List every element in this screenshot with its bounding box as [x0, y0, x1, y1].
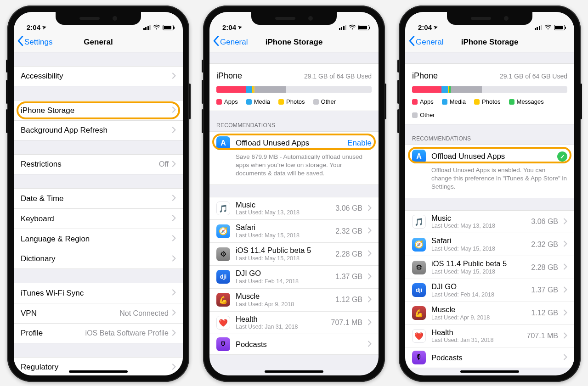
- legend-swatch: [278, 99, 284, 105]
- legend-label: Apps: [224, 98, 238, 105]
- settings-row[interactable]: Dictionary: [14, 249, 183, 269]
- app-size: 1.37 GB: [531, 286, 558, 294]
- back-button[interactable]: Settings: [17, 36, 52, 48]
- app-size: 2.28 GB: [531, 263, 558, 272]
- app-row[interactable]: 💪MuscleLast Used: Apr 9, 20181.12 GB: [209, 289, 379, 312]
- app-size: 3.06 GB: [335, 204, 362, 213]
- app-last-used: Last Used: May 15, 2018: [236, 232, 330, 239]
- app-row[interactable]: ❤️HealthLast Used: Jan 31, 2018707.1 MB: [209, 312, 379, 335]
- app-name: DJI GO: [431, 282, 526, 291]
- app-icon: 🎵: [216, 201, 230, 215]
- home-indicator[interactable]: [69, 370, 128, 373]
- storage-content[interactable]: iPhone29.1 GB of 64 GB UsedAppsMediaPhot…: [209, 52, 379, 375]
- app-row[interactable]: 🎙Podcasts: [405, 347, 574, 368]
- location-icon: ➤: [433, 24, 439, 31]
- recommendation-cell[interactable]: AOffload Unused Apps✓Offload Unused Apps…: [405, 145, 574, 198]
- app-name: Muscle: [431, 305, 526, 314]
- battery-icon: [163, 25, 174, 30]
- settings-row[interactable]: iPhone Storage: [14, 100, 183, 120]
- storage-used: 29.1 GB of 64 GB Used: [304, 73, 372, 80]
- app-icon: 🎙: [216, 337, 230, 351]
- app-row[interactable]: 💪MuscleLast Used: Apr 9, 20181.12 GB: [405, 302, 574, 325]
- row-label: Profile: [21, 329, 85, 338]
- back-label: General: [416, 38, 443, 47]
- row-label: Language & Region: [21, 235, 172, 244]
- storage-content[interactable]: iPhone29.1 GB of 64 GB UsedAppsMediaPhot…: [405, 52, 574, 375]
- row-value: Not Connected: [119, 309, 169, 318]
- settings-row[interactable]: Accessibility: [14, 66, 183, 86]
- battery-icon: [554, 25, 565, 30]
- app-row[interactable]: 🎙Podcasts: [209, 334, 379, 355]
- app-name: Music: [431, 214, 526, 223]
- app-icon: dji: [216, 270, 230, 284]
- back-label: Settings: [24, 38, 52, 47]
- app-last-used: Last Used: May 13, 2018: [236, 209, 330, 216]
- settings-row[interactable]: iTunes Wi-Fi Sync: [14, 283, 183, 303]
- chevron-right-icon: [368, 272, 372, 282]
- app-size: 3.06 GB: [531, 218, 558, 226]
- back-button[interactable]: General: [213, 36, 248, 48]
- app-last-used: Last Used: Jan 31, 2018: [431, 337, 521, 344]
- back-button[interactable]: General: [409, 36, 443, 48]
- app-icon: ⚙︎: [216, 247, 230, 261]
- app-row[interactable]: djiDJI GOLast Used: Feb 14, 20181.37 GB: [209, 266, 379, 289]
- row-label: VPN: [21, 309, 119, 318]
- home-indicator[interactable]: [460, 370, 519, 373]
- row-label: iTunes Wi-Fi Sync: [21, 289, 172, 298]
- home-indicator[interactable]: [265, 370, 323, 373]
- app-name: Podcasts: [236, 340, 357, 349]
- app-store-icon: A: [216, 136, 230, 150]
- chevron-right-icon: [368, 226, 372, 236]
- iphone-frame: 2:04➤GeneraliPhone StorageiPhone29.1 GB …: [203, 6, 385, 382]
- nav-bar: GeneraliPhone Storage: [405, 32, 574, 52]
- signal-icon: [535, 25, 543, 30]
- checkmark-icon: ✓: [557, 151, 567, 162]
- app-row[interactable]: 🎵MusicLast Used: May 13, 20183.06 GB: [209, 197, 379, 220]
- nav-bar: SettingsGeneral: [14, 32, 183, 52]
- legend-label: Messages: [517, 98, 544, 105]
- chevron-left-icon: [213, 36, 219, 48]
- settings-row[interactable]: Keyboard: [14, 208, 183, 229]
- chevron-right-icon: [368, 340, 372, 349]
- enable-button[interactable]: Enable: [347, 139, 372, 148]
- app-row[interactable]: ⚙︎iOS 11.4 Public beta 5Last Used: May 1…: [405, 256, 574, 279]
- settings-row[interactable]: Date & Time: [14, 188, 183, 208]
- chevron-right-icon: [172, 288, 176, 298]
- app-icon: 💪: [412, 306, 426, 320]
- app-name: Safari: [236, 223, 330, 232]
- legend-swatch: [216, 99, 222, 105]
- row-label: Keyboard: [21, 214, 172, 224]
- settings-row[interactable]: RestrictionsOff: [14, 154, 183, 174]
- settings-row[interactable]: Language & Region: [14, 229, 183, 249]
- app-row[interactable]: ⚙︎iOS 11.4 Public beta 5Last Used: May 1…: [209, 243, 379, 266]
- storage-legend: AppsMediaPhotosMessagesOther: [412, 98, 567, 118]
- legend-swatch: [313, 99, 319, 105]
- settings-content[interactable]: AccessibilityiPhone StorageBackground Ap…: [14, 52, 183, 375]
- chevron-right-icon: [368, 295, 372, 305]
- app-row[interactable]: 🎵MusicLast Used: May 13, 20183.06 GB: [405, 210, 574, 234]
- recommendation-title: Offload Unused Apps: [431, 152, 552, 161]
- recommendation-cell[interactable]: AOffload Unused AppsEnableSave 679.9 MB …: [209, 131, 379, 185]
- storage-summary: iPhone29.1 GB of 64 GB UsedAppsMediaPhot…: [405, 63, 574, 124]
- app-size: 1.12 GB: [335, 296, 362, 304]
- iphone-frame: 2:04➤SettingsGeneralAccessibilityiPhone …: [7, 6, 189, 382]
- app-row[interactable]: 🧭SafariLast Used: May 15, 20182.32 GB: [209, 220, 379, 243]
- app-icon: ❤️: [412, 329, 426, 343]
- app-name: iOS 11.4 Public beta 5: [431, 259, 526, 269]
- chevron-right-icon: [172, 106, 176, 115]
- settings-row[interactable]: VPNNot Connected: [14, 303, 183, 323]
- app-row[interactable]: djiDJI GOLast Used: Feb 14, 20181.37 GB: [405, 279, 574, 302]
- settings-row[interactable]: Background App Refresh: [14, 120, 183, 140]
- app-last-used: Last Used: May 13, 2018: [431, 223, 526, 229]
- legend-label: Photos: [286, 98, 305, 105]
- app-icon: 🧭: [216, 224, 230, 238]
- settings-row[interactable]: Regulatory: [14, 357, 183, 375]
- app-row[interactable]: ❤️HealthLast Used: Jan 31, 2018707.1 MB: [405, 325, 574, 348]
- app-row[interactable]: 🧭SafariLast Used: May 15, 20182.32 GB: [405, 233, 574, 256]
- status-time: 2:04: [418, 23, 432, 31]
- app-icon: 🎙: [412, 351, 426, 364]
- row-label: Background App Refresh: [21, 126, 172, 135]
- chevron-right-icon: [564, 353, 567, 363]
- app-last-used: Last Used: Feb 14, 2018: [431, 291, 526, 298]
- settings-row[interactable]: ProfileiOS Beta Software Profile: [14, 323, 183, 343]
